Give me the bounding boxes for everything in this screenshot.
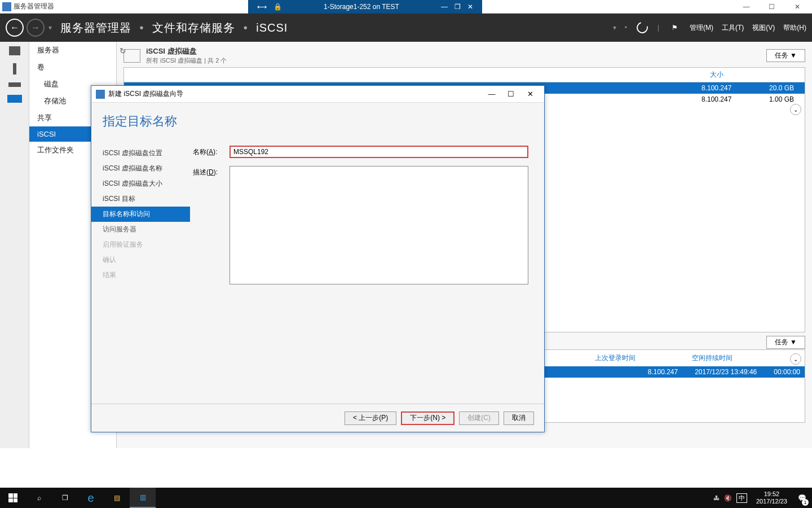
wizard-content: 名称(A): 描述(D):	[190, 135, 544, 404]
breadcrumb-sep-icon: •	[140, 21, 144, 34]
description-label: 描述(D):	[193, 166, 230, 177]
wizard-step-result: 结果	[91, 268, 190, 283]
cell-ip: 8.100.247	[701, 95, 747, 103]
wizard-titlebar: 新建 iSCSI 虚拟磁盘向导 — ☐ ✕	[91, 86, 544, 103]
forward-button[interactable]: →	[27, 19, 45, 37]
history-dropdown-icon[interactable]: ▾	[48, 24, 52, 32]
name-label: 名称(A):	[193, 146, 230, 157]
volume-icon[interactable]: 🔇	[724, 494, 732, 502]
column-idle[interactable]: 空闲持续时间	[692, 353, 732, 363]
wizard-maximize-button[interactable]: ☐	[501, 88, 520, 100]
pin-icon[interactable]: ⟷	[257, 3, 267, 11]
network-icon[interactable]: 🖧	[713, 494, 720, 501]
wizard-title: 新建 iSCSI 虚拟磁盘向导	[108, 89, 183, 99]
wizard-step-target-name[interactable]: 目标名称和访问	[91, 207, 190, 222]
clock-date: 2017/12/23	[756, 498, 787, 505]
cell-size: 20.0 GB	[769, 84, 800, 92]
description-input[interactable]	[230, 166, 528, 284]
app-title: 服务器管理器	[14, 2, 54, 11]
task-view-button[interactable]: ❐	[52, 488, 78, 508]
cell-ip: 8.100.247	[701, 84, 747, 92]
wizard-step-auth: 启用验证服务	[91, 237, 190, 252]
remote-minimize-button[interactable]: —	[441, 3, 448, 11]
separator: •	[625, 24, 627, 32]
taskbar: ⌕ ❐ e ▤ ▥ 🖧 🔇 中 19:52 2017/12/23 💬1	[0, 488, 812, 508]
panel-subtitle: 所有 iSCSI 虚拟磁盘 | 共 2 个	[146, 56, 227, 65]
next-button[interactable]: 下一步(N) >	[401, 411, 454, 425]
remote-close-button[interactable]: ✕	[467, 3, 473, 11]
remote-restore-button[interactable]: ❐	[454, 3, 461, 11]
dropdown-icon[interactable]: ▾	[613, 24, 616, 32]
name-input[interactable]	[230, 146, 528, 158]
wizard-heading: 指定目标名称	[103, 113, 533, 130]
remote-window-controls: — ❐ ✕	[432, 0, 482, 14]
menu-help[interactable]: 帮助(H)	[783, 23, 806, 33]
tasks-dropdown[interactable]: 任务 ▼	[766, 49, 805, 62]
ime-indicator[interactable]: 中	[736, 493, 747, 503]
system-tray: 🖧 🔇 中	[709, 493, 752, 503]
left-iconbar	[0, 42, 29, 448]
remote-connection-bar: ⟷ 🔒 1-Storage1-252 on TEST — ❐ ✕	[248, 0, 482, 14]
iconbar-disks-icon[interactable]	[8, 82, 21, 87]
app-icon	[2, 2, 11, 11]
start-button[interactable]	[0, 488, 26, 508]
refresh-button[interactable]	[636, 21, 649, 34]
iconbar-iscsi-icon[interactable]	[7, 95, 22, 103]
cancel-button[interactable]: 取消	[504, 411, 534, 425]
action-center-button[interactable]: 💬1	[792, 488, 812, 508]
server-manager-header: ← → ▾ 服务器管理器 • 文件和存储服务 • iSCSI ▾ • | ⚑ 管…	[0, 14, 812, 42]
wizard-heading-area: 指定目标名称	[91, 103, 544, 135]
wizard-icon	[96, 90, 105, 99]
minimize-button[interactable]: —	[734, 1, 759, 13]
lock-icon[interactable]: 🔒	[273, 3, 282, 11]
back-button[interactable]: ←	[6, 19, 24, 37]
wizard-step-disk-location[interactable]: iSCSI 虚拟磁盘位置	[91, 146, 190, 161]
sidebar-item-servers[interactable]: 服务器	[29, 42, 116, 59]
cell-ip: 8.100.247	[648, 368, 678, 376]
new-iscsi-wizard: 新建 iSCSI 虚拟磁盘向导 — ☐ ✕ 指定目标名称 iSCSI 虚拟磁盘位…	[91, 85, 545, 432]
wizard-steps-nav: iSCSI 虚拟磁盘位置 iSCSI 虚拟磁盘名称 iSCSI 虚拟磁盘大小 i…	[91, 135, 190, 404]
cell-date: 2017/12/23 13:49:46	[695, 368, 757, 376]
collapse-button[interactable]: ⌄	[790, 353, 801, 365]
separator: |	[657, 24, 659, 32]
breadcrumb-leaf: iSCSI	[256, 21, 288, 34]
cell-size: 1.00 GB	[769, 95, 800, 103]
panel-title: iSCSI 虚拟磁盘	[146, 46, 227, 56]
disk-icon	[123, 49, 140, 63]
menu-view[interactable]: 视图(V)	[752, 23, 775, 33]
clock-time: 19:52	[764, 491, 780, 498]
ie-icon[interactable]: e	[78, 488, 104, 508]
create-button: 创建(C)	[459, 411, 499, 425]
wizard-step-disk-name[interactable]: iSCSI 虚拟磁盘名称	[91, 161, 190, 176]
file-explorer-icon[interactable]: ▤	[104, 488, 130, 508]
wizard-close-button[interactable]: ✕	[520, 88, 540, 100]
notification-badge: 1	[802, 499, 809, 506]
column-size[interactable]: 大小	[710, 70, 744, 80]
close-button[interactable]: ✕	[784, 1, 810, 13]
remote-title: 1-Storage1-252 on TEST	[291, 0, 432, 14]
menu-tools[interactable]: 工具(T)	[722, 23, 744, 33]
server-manager-task-icon[interactable]: ▥	[130, 488, 156, 508]
previous-button[interactable]: < 上一步(P)	[345, 411, 396, 425]
sidebar-item-volumes[interactable]: 卷	[29, 59, 116, 76]
lower-tasks-dropdown[interactable]: 任务 ▼	[766, 336, 805, 349]
breadcrumb-sep-icon: •	[244, 21, 248, 34]
wizard-step-target[interactable]: iSCSI 目标	[91, 191, 190, 207]
breadcrumb-root[interactable]: 服务器管理器	[60, 21, 131, 34]
maximize-button[interactable]: ☐	[759, 1, 784, 13]
wizard-step-access-servers[interactable]: 访问服务器	[91, 222, 190, 237]
breadcrumb: 服务器管理器 • 文件和存储服务 • iSCSI	[60, 20, 288, 36]
search-button[interactable]: ⌕	[26, 488, 52, 508]
iconbar-volumes-icon[interactable]	[13, 63, 16, 75]
wizard-step-disk-size[interactable]: iSCSI 虚拟磁盘大小	[91, 176, 190, 191]
wizard-footer: < 上一步(P) 下一步(N) > 创建(C) 取消	[91, 404, 544, 432]
iconbar-servers-icon[interactable]	[9, 46, 20, 55]
column-last-login[interactable]: 上次登录时间	[595, 353, 636, 363]
collapse-button[interactable]: ⌄	[790, 104, 801, 115]
wizard-minimize-button[interactable]: —	[482, 88, 501, 100]
notifications-flag-icon[interactable]: ⚑	[668, 21, 681, 34]
clock[interactable]: 19:52 2017/12/23	[752, 491, 792, 505]
breadcrumb-mid[interactable]: 文件和存储服务	[152, 21, 235, 34]
panel-header: iSCSI 虚拟磁盘 所有 iSCSI 虚拟磁盘 | 共 2 个 任务 ▼	[123, 46, 805, 65]
menu-manage[interactable]: 管理(M)	[690, 23, 713, 33]
